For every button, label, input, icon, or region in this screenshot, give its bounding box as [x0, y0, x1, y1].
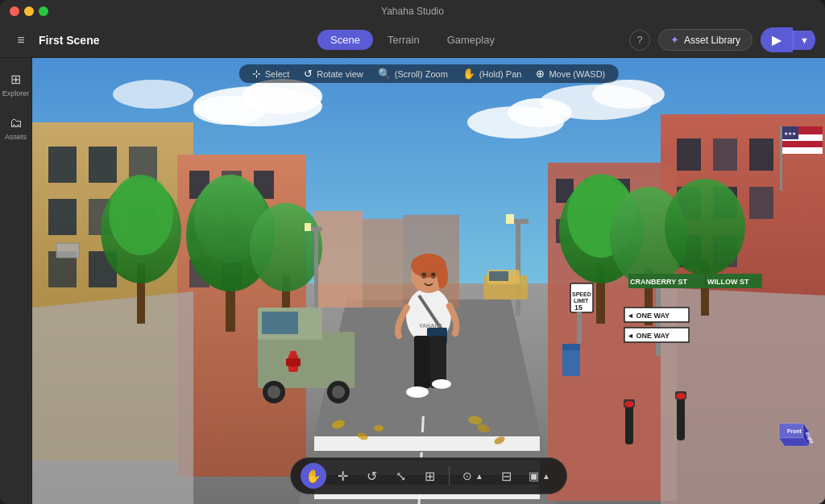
svg-point-7: [592, 80, 665, 109]
svg-rect-98: [290, 351, 296, 357]
explorer-icon: ⊞: [10, 72, 21, 87]
move-wasd-icon: ⊕: [536, 68, 545, 80]
svg-point-93: [267, 386, 280, 399]
svg-rect-73: [516, 219, 520, 316]
move-wasd-tool[interactable]: ⊕ Move (WASD): [536, 68, 605, 80]
select-tool[interactable]: ⊹ Select: [252, 68, 290, 80]
play-group: ▶ ▼: [761, 27, 815, 52]
viewport-gizmo[interactable]: Front Right: [767, 407, 815, 456]
object-opts-button[interactable]: ⊙ ▲: [456, 463, 490, 489]
zoom-tool[interactable]: 🔍 (Scroll) Zoom: [378, 68, 448, 80]
sidebar-explorer-label: Explorer: [2, 89, 30, 97]
svg-text:15: 15: [574, 304, 582, 312]
svg-rect-119: [562, 348, 580, 376]
sidebar: ⊞ Explorer 🗂 Assets: [0, 58, 32, 504]
svg-text:SPEED: SPEED: [572, 291, 591, 297]
play-dropdown-button[interactable]: ▼: [793, 31, 815, 50]
minimize-button[interactable]: [24, 6, 34, 16]
close-button[interactable]: [10, 6, 19, 16]
transform-button[interactable]: ⊞: [417, 463, 442, 489]
svg-text:★★★: ★★★: [784, 131, 796, 136]
svg-rect-80: [314, 436, 540, 451]
svg-rect-46: [782, 141, 823, 147]
svg-text:WILLOW ST: WILLOW ST: [707, 278, 749, 286]
hand-tool-button[interactable]: ✋: [301, 463, 326, 489]
scene-canvas: ★★★: [32, 58, 825, 504]
pan-tool[interactable]: ✋ (Hold) Pan: [462, 68, 522, 80]
svg-rect-18: [48, 199, 77, 235]
svg-point-103: [624, 401, 634, 407]
svg-text:LIMIT: LIMIT: [574, 298, 589, 304]
svg-rect-133: [414, 336, 430, 388]
help-button[interactable]: ?: [629, 30, 650, 51]
toolbar-left: ≡ First Scene: [10, 29, 317, 52]
camera-btn[interactable]: ▣ ▲: [522, 463, 557, 489]
tab-scene[interactable]: Scene: [317, 30, 373, 50]
svg-point-72: [665, 179, 745, 275]
svg-point-87: [374, 425, 383, 432]
main-toolbar: ≡ First Scene Scene Terrain Gameplay ? ✦…: [0, 23, 825, 58]
svg-rect-47: [782, 147, 823, 154]
svg-point-63: [109, 175, 173, 255]
svg-point-65: [250, 203, 322, 291]
play-button[interactable]: ▶: [761, 27, 793, 52]
viewport-toolbar: ⊹ Select ↺ Rotate view 🔍 (Scroll) Zoom ✋…: [239, 64, 619, 83]
scene-title: First Scene: [39, 34, 99, 47]
svg-rect-78: [305, 223, 311, 231]
asset-library-label: Asset Library: [684, 35, 740, 46]
toolbar-tabs: Scene Terrain Gameplay: [317, 30, 508, 50]
svg-point-128: [431, 272, 436, 279]
zoom-label: (Scroll) Zoom: [395, 69, 448, 79]
translate-button[interactable]: ✛: [330, 463, 355, 489]
svg-marker-56: [32, 291, 193, 504]
svg-rect-11: [314, 211, 363, 308]
sidebar-item-explorer[interactable]: ⊞ Explorer: [2, 64, 31, 105]
sidebar-item-assets[interactable]: 🗂 Assets: [2, 108, 31, 148]
sidebar-assets-label: Assets: [5, 133, 27, 141]
asset-library-button[interactable]: ✦ Asset Library: [658, 29, 752, 51]
svg-rect-97: [286, 358, 301, 366]
svg-rect-35: [677, 138, 701, 171]
svg-text:CRANBERRY ST: CRANBERRY ST: [630, 278, 688, 286]
rotate-view-tool[interactable]: ↺ Rotate view: [304, 68, 363, 80]
rotate-view-icon: ↺: [304, 68, 313, 80]
maximize-button[interactable]: [39, 6, 48, 16]
tab-gameplay[interactable]: Gameplay: [434, 30, 508, 50]
svg-rect-89: [258, 332, 354, 388]
bottom-toolbar: ✋ ✛ ↺ ⤡ ⊞ ⊙ ▲ ⊟ ▣ ▲: [290, 457, 567, 494]
svg-text:◄ ONE WAY: ◄ ONE WAY: [627, 312, 670, 320]
object-opts-arrow: ▲: [475, 472, 483, 481]
svg-text:◄ ONE WAY: ◄ ONE WAY: [627, 332, 670, 340]
select-label: Select: [265, 69, 290, 79]
camera-icon: ▣: [529, 469, 539, 482]
svg-rect-37: [749, 138, 773, 171]
zoom-icon: 🔍: [378, 68, 391, 80]
svg-rect-36: [713, 138, 737, 171]
svg-rect-12: [363, 219, 403, 308]
select-icon: ⊹: [252, 68, 261, 80]
grid-button[interactable]: ⊟: [493, 463, 519, 489]
svg-rect-23: [56, 243, 79, 258]
rotate-view-label: Rotate view: [317, 69, 363, 79]
window-controls[interactable]: [10, 6, 48, 16]
pan-icon: ✋: [462, 68, 475, 80]
viewport[interactable]: ★★★: [32, 58, 825, 504]
rotate-button[interactable]: ↺: [359, 463, 384, 489]
scale-button[interactable]: ⤡: [388, 463, 413, 489]
svg-rect-120: [562, 344, 580, 350]
menu-button[interactable]: ≡: [10, 29, 32, 52]
svg-rect-118: [577, 312, 582, 344]
svg-rect-75: [506, 214, 514, 224]
svg-point-95: [332, 386, 345, 399]
svg-rect-43: [780, 126, 782, 191]
svg-rect-123: [489, 271, 508, 281]
tab-terrain[interactable]: Terrain: [375, 30, 433, 50]
svg-rect-101: [677, 396, 685, 440]
svg-text:YAHAHA: YAHAHA: [419, 323, 442, 328]
main-content: ⊞ Explorer 🗂 Assets: [0, 58, 825, 504]
svg-point-8: [113, 80, 193, 109]
toolbar-separator-1: [449, 466, 450, 485]
svg-point-135: [406, 386, 429, 398]
svg-rect-99: [625, 404, 633, 444]
asset-library-icon: ✦: [670, 34, 679, 46]
